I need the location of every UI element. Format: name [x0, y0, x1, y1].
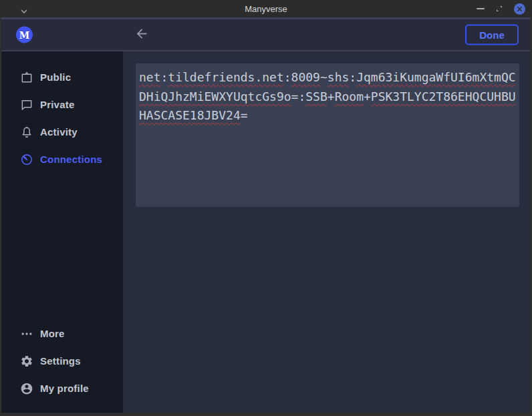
- sidebar-item-my-profile[interactable]: My profile: [1, 375, 123, 402]
- sidebar-item-private[interactable]: Private: [1, 91, 123, 118]
- invite-code-input[interactable]: net:tildefriends.net:8009~shs:Jqm63iKumg…: [136, 63, 519, 207]
- sidebar-item-label: Settings: [40, 355, 81, 367]
- sidebar-item-settings[interactable]: Settings: [1, 347, 123, 375]
- invite-text-segment: shs: [327, 70, 350, 84]
- gear-icon: [20, 355, 33, 368]
- invite-text-segment: ~: [320, 70, 327, 84]
- sidebar-item-label: Public: [40, 71, 71, 83]
- sidebar-item-label: My profile: [40, 383, 89, 394]
- invite-text-segment: SSB: [305, 89, 327, 103]
- sidebar-item-label: More: [40, 328, 65, 339]
- minimize-icon[interactable]: [477, 8, 485, 9]
- back-button[interactable]: [133, 25, 150, 45]
- invite-text-segment: net: [139, 70, 161, 84]
- app-body: PublicPrivateActivityConnections MoreSet…: [1, 51, 530, 413]
- sidebar-item-public[interactable]: Public: [1, 63, 123, 91]
- bell-icon: [20, 126, 33, 139]
- sidebar-item-label: Activity: [40, 126, 78, 138]
- dots-horizontal-icon: [20, 327, 33, 341]
- manyverse-logo-icon: M: [16, 27, 33, 43]
- done-button[interactable]: Done: [465, 25, 519, 45]
- message-bubble-icon: [20, 98, 33, 112]
- invite-text-segment: Room: [335, 89, 364, 103]
- sidebar-item-connections[interactable]: Connections: [1, 146, 123, 173]
- sidebar-item-activity[interactable]: Activity: [1, 118, 123, 146]
- bulletin-board-icon: [20, 71, 33, 84]
- invite-text-segment: =:: [291, 89, 306, 103]
- sidebar-top-group: PublicPrivateActivityConnections: [1, 63, 123, 173]
- manyverse-window: Manyverse M Done PublicPrivate: [0, 0, 532, 416]
- connections-dial-icon: [20, 153, 33, 166]
- invite-text-segment: :: [161, 70, 168, 84]
- arrow-left-icon: [134, 27, 149, 43]
- invite-text-segment: +: [364, 89, 371, 103]
- close-icon[interactable]: [514, 3, 525, 15]
- sidebar-item-label: Private: [40, 99, 74, 110]
- titlebar: Manyverse: [0, 0, 532, 17]
- invite-text-segment: :: [349, 70, 356, 84]
- window-frame: M Done PublicPrivateActivityConnections …: [0, 17, 532, 416]
- sidebar-bottom-group: MoreSettingsMy profile: [1, 320, 123, 402]
- window-controls: [477, 0, 525, 17]
- sidebar-item-more[interactable]: More: [1, 320, 123, 347]
- sidebar: PublicPrivateActivityConnections MoreSet…: [1, 51, 123, 413]
- app-header: M Done: [1, 17, 530, 51]
- account-circle-icon: [20, 382, 33, 395]
- invite-text-segment: tildefriends.net: [168, 70, 283, 84]
- invite-text-segment: 8009: [291, 70, 320, 84]
- invite-text-segment: =: [241, 108, 248, 122]
- restore-icon[interactable]: [495, 5, 503, 13]
- invite-text-segment: :: [284, 70, 291, 84]
- window-title: Manyverse: [0, 4, 532, 14]
- invite-text-segment: +: [327, 89, 335, 103]
- main-content: net:tildefriends.net:8009~shs:Jqm63iKumg…: [123, 51, 530, 413]
- sidebar-item-label: Connections: [40, 154, 102, 165]
